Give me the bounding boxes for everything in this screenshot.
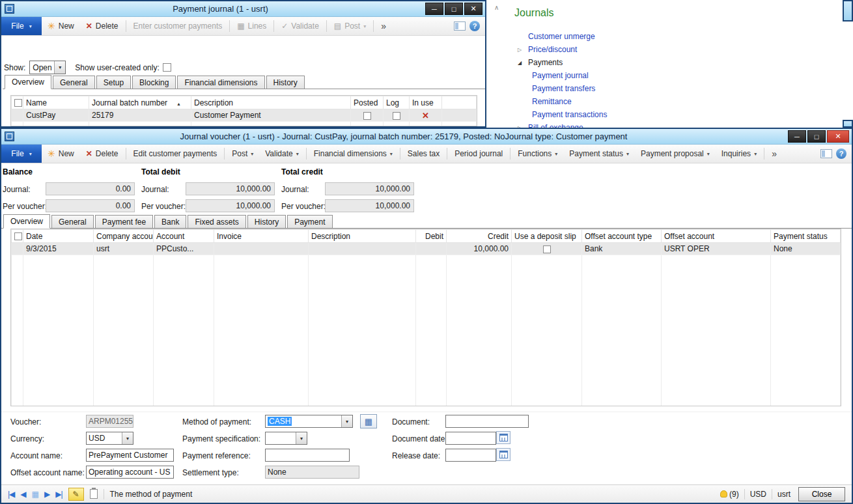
payment-journal-titlebar[interactable]: Payment journal (1 - usrt) ─ □ ✕ [1, 1, 485, 17]
post-button[interactable]: ▤Post▾ [328, 17, 372, 35]
tab-blocking[interactable]: Blocking [132, 76, 176, 89]
release-date-calendar-button[interactable] [496, 448, 510, 461]
column-header-description[interactable]: Description [309, 230, 416, 243]
document-date-calendar-button[interactable] [496, 431, 510, 444]
offset-account-name-field[interactable]: Operating account - US [86, 466, 174, 479]
user-created-checkbox[interactable] [163, 63, 171, 72]
close-button[interactable]: ✕ [464, 3, 482, 15]
close-button[interactable]: ✕ [827, 130, 849, 143]
log-checkbox[interactable] [393, 112, 400, 120]
tab-overview[interactable]: Overview [3, 214, 50, 229]
tree-item-payment-journal[interactable]: Payment journal [488, 69, 843, 82]
column-header-account[interactable]: Account [154, 230, 214, 243]
tab-history[interactable]: History [247, 215, 286, 228]
select-all-cell[interactable] [12, 230, 23, 243]
tree-collapsed-icon[interactable]: ▷ [518, 47, 528, 53]
maximize-button[interactable]: □ [807, 130, 826, 143]
column-header-debit[interactable]: Debit [416, 230, 447, 243]
column-header-journal-batch-number[interactable]: Journal batch number▲ [89, 96, 191, 109]
post-menu-button[interactable]: Post▾ [226, 145, 259, 163]
payment-specification-select[interactable]: ▾ [265, 432, 307, 445]
tab-payment-fee[interactable]: Payment fee [95, 215, 153, 228]
column-header-date[interactable]: Date [23, 230, 94, 243]
file-menu-button[interactable]: File▾ [1, 145, 42, 163]
tab-bank[interactable]: Bank [154, 215, 186, 228]
attachment-icon[interactable] [90, 489, 98, 499]
new-button[interactable]: ✳New [42, 17, 80, 35]
column-header-offset-account-type[interactable]: Offset account type [582, 230, 662, 243]
payment-reference-field[interactable] [265, 449, 350, 462]
row-selector-cell[interactable] [12, 109, 23, 122]
method-of-payment-lookup-button[interactable]: ▦ [360, 414, 377, 428]
tree-item-payments[interactable]: ◢Payments [488, 56, 843, 69]
column-header-description[interactable]: Description [191, 96, 351, 109]
layout-pane-icon[interactable] [454, 21, 466, 31]
validate-menu-button[interactable]: Validate▾ [259, 145, 305, 163]
tab-fixed-assets[interactable]: Fixed assets [188, 215, 245, 228]
column-header-in-use[interactable]: In use [410, 96, 442, 109]
tree-item-price-discount[interactable]: ▷Price/discount [488, 43, 843, 56]
tab-general[interactable]: General [51, 215, 94, 228]
column-header-posted[interactable]: Posted [351, 96, 384, 109]
file-menu-button[interactable]: File▾ [1, 17, 42, 35]
journal-row-custpay[interactable]: CustPay 25179 Customer Payment ✕ [12, 109, 477, 122]
help-icon[interactable]: ? [469, 21, 480, 31]
period-journal-button[interactable]: Period journal [449, 145, 509, 163]
previous-record-button[interactable]: ◀ [20, 490, 25, 499]
payment-status-menu-button[interactable]: Payment status▾ [563, 145, 635, 163]
tree-item-bill-of-exchange[interactable]: ▷Bill of exchange [488, 121, 843, 128]
edit-customer-payments-button[interactable]: Edit customer payments [128, 145, 223, 163]
maximize-button[interactable]: □ [445, 3, 463, 15]
last-record-button[interactable]: ▶| [55, 490, 62, 499]
column-header-log[interactable]: Log [384, 96, 410, 109]
select-all-checkbox[interactable] [14, 232, 22, 240]
tab-financial-dimensions[interactable]: Financial dimensions [177, 76, 264, 89]
show-filter-select[interactable]: Open ▾ [29, 61, 66, 74]
tab-history[interactable]: History [266, 76, 305, 89]
first-record-button[interactable]: |◀ [8, 490, 14, 499]
row-selector-cell[interactable] [12, 243, 23, 255]
minimize-button[interactable]: ─ [788, 130, 806, 143]
lines-button[interactable]: ▦Lines [231, 17, 272, 35]
account-name-field[interactable]: PrePayment Customer [86, 449, 174, 462]
column-header-offset-account[interactable]: Offset account [662, 230, 771, 243]
column-header-payment-status[interactable]: Payment status [771, 230, 841, 243]
enter-customer-payments-button[interactable]: Enter customer payments [128, 17, 229, 35]
layout-pane-icon[interactable] [820, 149, 832, 158]
tree-item-remittance[interactable]: Remittance [488, 95, 843, 108]
journal-voucher-titlebar[interactable]: Journal voucher (1 - usrt) - Journal: Cu… [1, 129, 852, 145]
tree-item-payment-transfers[interactable]: Payment transfers [488, 82, 843, 95]
column-header-name[interactable]: Name [23, 96, 89, 109]
method-of-payment-select[interactable]: CASH▾ [265, 415, 353, 428]
toolbar-overflow-button[interactable]: » [375, 17, 392, 35]
validate-button[interactable]: ✓Validate [275, 17, 325, 35]
help-icon[interactable]: ? [836, 148, 846, 159]
financial-dimensions-menu-button[interactable]: Financial dimensions▾ [308, 145, 399, 163]
voucher-row[interactable]: 9/3/2015 usrt PPCusto... 10,000.00 Bank … [12, 243, 841, 255]
close-form-button[interactable]: Close [798, 487, 845, 501]
posted-checkbox[interactable] [363, 112, 371, 120]
minimize-button[interactable]: ─ [425, 3, 443, 15]
column-header-company-accounts[interactable]: Company accounts [94, 230, 154, 243]
document-date-field[interactable] [445, 432, 496, 445]
notifications-button[interactable]: (9) [720, 490, 739, 499]
functions-menu-button[interactable]: Functions▾ [512, 145, 563, 163]
edit-record-button[interactable]: ✎ [68, 488, 84, 501]
delete-button[interactable]: ✕Delete [80, 145, 124, 163]
scroll-up-icon[interactable]: ∧ [494, 4, 499, 11]
grid-view-button[interactable]: ▦ [32, 490, 38, 499]
column-header-use-a-deposit-slip[interactable]: Use a deposit slip [512, 230, 582, 243]
document-field[interactable] [445, 415, 529, 428]
sales-tax-button[interactable]: Sales tax [402, 145, 445, 163]
deposit-slip-checkbox[interactable] [543, 245, 551, 253]
select-all-cell[interactable] [12, 96, 23, 109]
tab-overview[interactable]: Overview [5, 75, 51, 89]
tree-item-customer-unmerge[interactable]: Customer unmerge [488, 30, 843, 43]
column-header-credit[interactable]: Credit [447, 230, 512, 243]
select-all-checkbox[interactable] [14, 99, 22, 107]
inquiries-menu-button[interactable]: Inquiries▾ [716, 145, 762, 163]
column-header-invoice[interactable]: Invoice [214, 230, 309, 243]
currency-select[interactable]: USD▾ [86, 432, 133, 445]
payment-proposal-menu-button[interactable]: Payment proposal▾ [635, 145, 716, 163]
tab-payment[interactable]: Payment [287, 215, 332, 228]
